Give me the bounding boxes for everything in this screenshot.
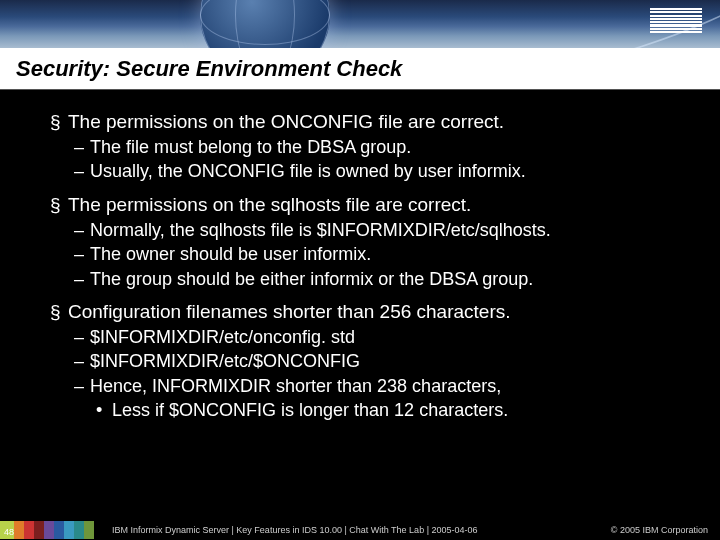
title-bar: Security: Secure Environment Check — [0, 48, 720, 90]
bullet-lvl2: The file must belong to the DBSA group. — [50, 136, 690, 159]
slide-title: Security: Secure Environment Check — [16, 56, 402, 82]
swoosh-graphic — [0, 0, 720, 48]
bullet-lvl2: The owner should be user informix. — [50, 243, 690, 266]
footer: IBM Informix Dynamic Server | Key Featur… — [0, 520, 720, 540]
ibm-logo-icon — [650, 8, 702, 33]
bullet-lvl2: The group should be either informix or t… — [50, 268, 690, 291]
bullet-lvl2: Hence, INFORMIXDIR shorter than 238 char… — [50, 375, 690, 398]
bullet-lvl1: Configuration filenames shorter than 256… — [50, 300, 690, 324]
slide-body: The permissions on the ONCONFIG file are… — [50, 100, 690, 510]
header-band — [0, 0, 720, 48]
page-number: 48 — [4, 527, 14, 537]
bullet-lvl1: The permissions on the sqlhosts file are… — [50, 193, 690, 217]
color-chips-icon — [0, 521, 94, 539]
copyright: © 2005 IBM Corporation — [611, 525, 720, 535]
bullet-lvl2: Usually, the ONCONFIG file is owned by u… — [50, 160, 690, 183]
bullet-lvl2: $INFORMIXDIR/etc/$ONCONFIG — [50, 350, 690, 373]
slide: Security: Secure Environment Check The p… — [0, 0, 720, 540]
footer-text: IBM Informix Dynamic Server | Key Featur… — [112, 525, 611, 535]
bullet-lvl2: $INFORMIXDIR/etc/onconfig. std — [50, 326, 690, 349]
bullet-lvl1: The permissions on the ONCONFIG file are… — [50, 110, 690, 134]
bullet-lvl2: Normally, the sqlhosts file is $INFORMIX… — [50, 219, 690, 242]
bullet-lvl3: Less if $ONCONFIG is longer than 12 char… — [50, 399, 690, 422]
